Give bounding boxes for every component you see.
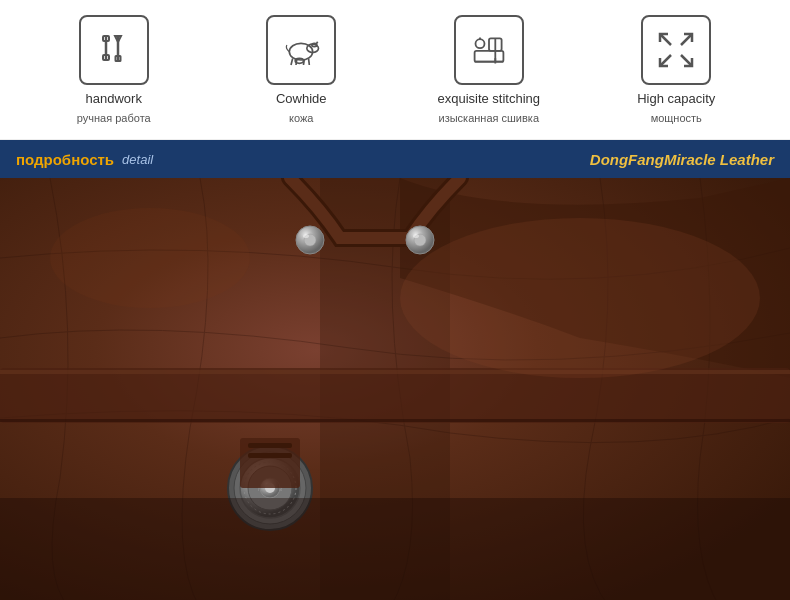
svg-point-36 [413, 234, 419, 238]
svg-rect-15 [474, 51, 503, 62]
cowhide-title: Cowhide [276, 91, 327, 106]
handwork-title: handwork [86, 91, 142, 106]
svg-point-50 [50, 208, 250, 308]
capacity-subtitle: мощность [651, 112, 702, 124]
detail-bar: подробность detail DongFangMiracle Leath… [0, 140, 790, 178]
svg-rect-46 [248, 443, 292, 448]
feature-stitching: exquisite stitching изысканная сшивка [395, 15, 583, 124]
capacity-icon [641, 15, 711, 85]
features-bar: handwork ручная работа [0, 0, 790, 140]
svg-rect-30 [0, 419, 790, 422]
svg-line-8 [291, 58, 293, 65]
svg-rect-47 [248, 453, 292, 458]
svg-point-20 [475, 39, 484, 48]
stitching-title: exquisite stitching [437, 91, 540, 106]
detail-russian-label: подробность [16, 151, 114, 168]
svg-line-24 [681, 55, 692, 66]
svg-line-25 [681, 34, 692, 45]
feature-cowhide: Cowhide кожа [208, 15, 396, 124]
svg-point-33 [303, 234, 309, 238]
capacity-title: High capacity [637, 91, 715, 106]
svg-line-11 [309, 58, 310, 65]
cowhide-subtitle: кожа [289, 112, 313, 124]
stitching-icon [454, 15, 524, 85]
svg-point-49 [400, 218, 760, 378]
svg-line-26 [660, 55, 671, 66]
detail-english-label: detail [122, 152, 153, 167]
handwork-icon [79, 15, 149, 85]
brand-label: DongFangMiracle Leather [590, 151, 774, 168]
svg-line-23 [660, 34, 671, 45]
svg-rect-29 [0, 370, 790, 374]
stitching-subtitle: изысканная сшивка [438, 112, 539, 124]
handwork-subtitle: ручная работа [77, 112, 151, 124]
svg-rect-48 [0, 498, 790, 600]
detail-bar-left: подробность detail [16, 151, 153, 168]
cowhide-icon [266, 15, 336, 85]
svg-line-13 [316, 42, 318, 45]
feature-handwork: handwork ручная работа [20, 15, 208, 124]
feature-capacity: High capacity мощность [583, 15, 771, 124]
svg-rect-28 [0, 368, 790, 423]
main-product-image: NO.8883 [0, 178, 790, 600]
